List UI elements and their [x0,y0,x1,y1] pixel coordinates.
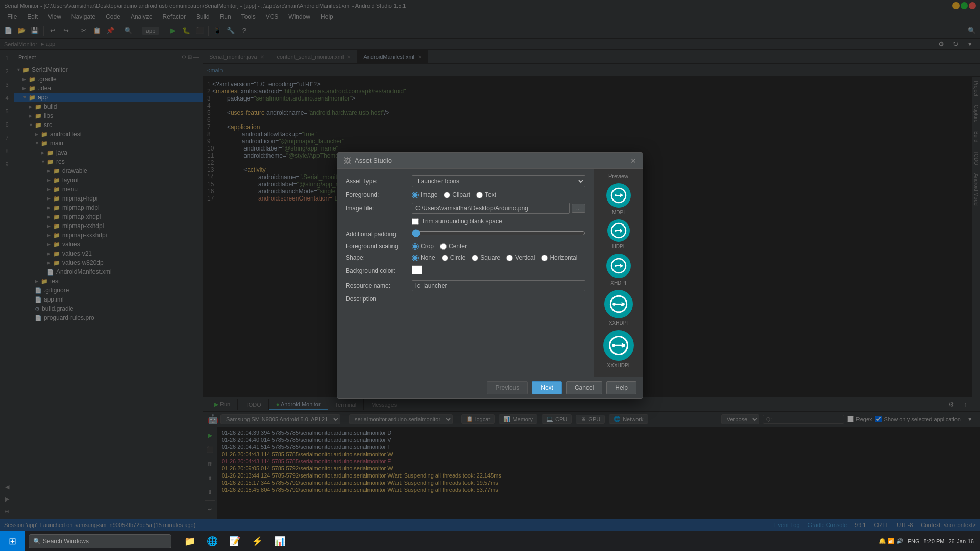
image-file-control: ... [412,203,585,214]
preview-icon-xxhdpi [604,290,633,318]
taskbar-arduino[interactable]: ⚡ [247,531,267,552]
dialog-footer: Previous Next Cancel Help [337,377,643,398]
asset-type-dropdown[interactable]: Launcher Icons Action Bar and Tab Icons … [412,175,585,187]
taskbar-language: ENG [908,538,920,544]
scaling-crop-label[interactable]: Crop [412,243,434,250]
description-row: Description [346,295,585,303]
shape-vertical-radio[interactable] [506,255,513,261]
preview-label-xhdpi: XHDPI [610,280,626,286]
resource-name-label: Resource name: [346,282,412,289]
preview-item-xxhdpi: XXHDPI [604,290,633,326]
arduino-icon-xhdpi [610,258,627,274]
scaling-crop-radio[interactable] [412,243,419,250]
asset-studio-dialog: 🖼 Asset Studio ✕ Asset Type: Launcher Ic… [337,152,643,399]
cancel-button[interactable]: Cancel [566,381,602,394]
taskbar-app5[interactable]: 📊 [270,531,290,552]
image-file-label: Image file: [346,205,412,212]
svg-point-21 [612,303,616,306]
preview-item-hdpi: HDPI [607,219,630,249]
shape-square-label[interactable]: Square [472,254,500,261]
preview-item-xhdpi: XHDPI [606,254,631,286]
help-button[interactable]: Help [606,381,636,394]
previous-button[interactable]: Previous [487,381,528,394]
trim-checkbox-label[interactable]: Trim surrounding blank space [412,218,585,225]
scaling-label: Foreground scaling: [346,243,412,250]
dialog-body: Asset Type: Launcher Icons Action Bar an… [337,169,643,377]
taskbar-icons: 📁 🌐 📝 ⚡ 📊 [180,531,290,552]
svg-point-22 [622,303,625,306]
bg-color-swatch[interactable] [412,265,422,274]
preview-icon-hdpi [607,219,630,242]
taskbar-tray: 🔔 📶 🔊 ENG 8:20 PM 26-Jan-16 [879,538,980,544]
tray-icons: 🔔 📶 🔊 [879,538,903,544]
browse-button[interactable]: ... [572,204,585,213]
arduino-icon-xxxhdpi [608,335,629,356]
taskbar-chrome[interactable]: 🌐 [202,531,223,552]
foreground-image-radio[interactable] [412,192,419,198]
foreground-image-label[interactable]: Image [412,191,437,198]
shape-horizontal-text: Horizontal [550,254,577,261]
svg-point-28 [622,344,625,347]
trim-control: Trim surrounding blank space [412,218,585,225]
shape-none-label[interactable]: None [412,254,435,261]
image-file-input[interactable] [412,203,570,214]
description-label: Description [346,295,412,303]
search-icon: 🔍 [33,538,41,545]
shape-circle-radio[interactable] [442,255,448,261]
dialog-overlay: 🖼 Asset Studio ✕ Asset Type: Launcher Ic… [0,0,980,551]
taskbar-search-label: Search Windows [43,538,89,545]
padding-row: Additional padding: [346,229,585,239]
shape-circle-label[interactable]: Circle [442,254,466,261]
scaling-center-radio[interactable] [440,243,447,250]
preview-icon-mdpi [606,183,631,208]
scaling-control: Crop Center [412,243,585,250]
trim-row: Trim surrounding blank space [346,218,585,225]
foreground-text-radio[interactable] [476,192,483,198]
resource-name-input[interactable] [412,280,585,291]
image-file-row: Image file: ... [346,203,585,214]
next-button[interactable]: Next [532,381,562,394]
foreground-label: Foreground: [346,191,412,198]
shape-square-text: Square [480,254,500,261]
shape-none-radio[interactable] [412,255,419,261]
dialog-form: Asset Type: Launcher Icons Action Bar an… [337,169,594,377]
taskbar-start-button[interactable]: ⊞ [0,531,24,552]
taskbar: ⊞ 🔍 Search Windows 📁 🌐 📝 ⚡ 📊 🔔 📶 🔊 ENG 8… [0,531,980,551]
shape-square-radio[interactable] [472,255,478,261]
asset-type-label: Asset Type: [346,178,412,185]
padding-label: Additional padding: [346,231,412,238]
arduino-icon-hdpi [610,222,627,239]
padding-control [412,229,585,239]
shape-vertical-label[interactable]: Vertical [506,254,535,261]
taskbar-search[interactable]: 🔍 Search Windows [29,534,172,548]
svg-point-15 [615,265,617,267]
asset-type-row: Asset Type: Launcher Icons Action Bar an… [346,175,585,187]
foreground-clipart-label[interactable]: Clipart [444,191,470,198]
scaling-center-label[interactable]: Center [440,243,467,250]
shape-label: Shape: [346,254,412,261]
arduino-icon-xxhdpi [609,295,628,313]
shape-horizontal-label[interactable]: Horizontal [541,254,577,261]
shape-circle-text: Circle [450,254,466,261]
taskbar-word[interactable]: 📝 [225,531,245,552]
taskbar-explorer[interactable]: 📁 [180,531,200,552]
foreground-row: Foreground: Image Clipart Text [346,191,585,198]
dialog-close-button[interactable]: ✕ [630,157,636,165]
svg-point-5 [621,194,623,196]
preview-icon-xxxhdpi [603,330,634,361]
foreground-clipart-text: Clipart [452,191,470,198]
foreground-control: Image Clipart Text [412,191,585,198]
resource-name-row: Resource name: [346,280,585,291]
foreground-text-label[interactable]: Text [476,191,496,198]
preview-label-xxxhdpi: XXXHDPI [607,363,630,368]
shape-row: Shape: None Circle Square Vertical [346,254,585,261]
trim-checkbox[interactable] [412,218,419,225]
dialog-title-text: Asset Studio [355,157,392,164]
dialog-title-icon: 🖼 [344,157,351,165]
resource-name-control [412,280,585,291]
foreground-clipart-radio[interactable] [444,192,450,198]
padding-slider[interactable] [412,229,585,237]
arduino-icon-mdpi [610,187,627,204]
shape-horizontal-radio[interactable] [541,255,548,261]
preview-item-xxxhdpi: XXXHDPI [603,330,634,368]
